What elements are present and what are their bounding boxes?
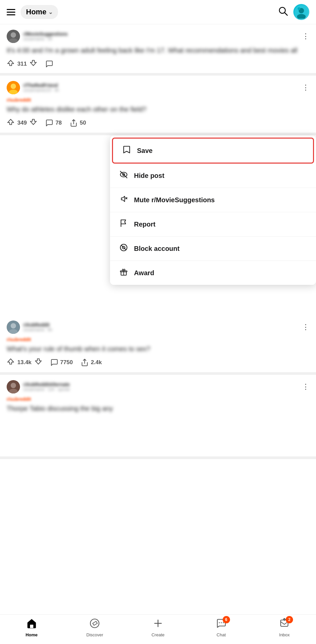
vote-row: 349: [7, 118, 37, 128]
chevron-down-icon: ⌄: [48, 9, 53, 15]
hide-post-label: Hide post: [134, 172, 164, 180]
post-options-button[interactable]: ⋮: [302, 83, 309, 92]
share-count: 50: [80, 120, 86, 126]
home-nav-label: Home: [26, 632, 38, 637]
post-author-row: r/AskReddit u/username · 6h: [7, 321, 52, 334]
create-nav-label: Create: [151, 632, 164, 637]
report-menu-item[interactable]: Report: [110, 212, 316, 237]
post-actions: 311: [7, 59, 309, 69]
award-menu-item[interactable]: Award: [110, 261, 316, 285]
post-author-row: r/MovieSuggestions u/username · 2h: [7, 30, 68, 43]
mute-label: Mute r/MovieSuggestions: [134, 196, 215, 204]
post-subreddit-tag[interactable]: r/subreddit: [7, 97, 31, 103]
hamburger-line: [7, 9, 15, 10]
save-menu-item[interactable]: Save: [112, 138, 314, 164]
discover-nav-label: Discover: [86, 632, 103, 637]
svg-point-10: [11, 84, 16, 89]
nav-item-chat[interactable]: 6 Chat: [190, 618, 253, 637]
upvote-button[interactable]: [7, 118, 15, 128]
hamburger-line: [7, 14, 15, 15]
app-header: Home ⌄: [0, 0, 316, 24]
nav-item-inbox[interactable]: 2 Inbox: [253, 618, 316, 637]
bottom-navigation: Home Discover Create: [0, 614, 316, 644]
gift-icon: [119, 268, 128, 278]
vote-count: 13.4k: [17, 359, 32, 366]
post-user: u/username123 · 4h: [23, 88, 59, 93]
block-account-menu-item[interactable]: Block account: [110, 237, 316, 261]
nav-item-discover[interactable]: Discover: [63, 618, 127, 637]
svg-line-1: [285, 13, 287, 15]
post-header: r/TheRedFriend u/username123 · 4h ⋮: [7, 81, 309, 94]
post-subreddit[interactable]: r/MovieSuggestions: [23, 31, 68, 37]
post-header: r/AskReddit u/username · 6h ⋮: [7, 321, 309, 334]
comment-count: 78: [55, 120, 62, 126]
award-label: Award: [134, 269, 154, 277]
chat-badge: 6: [223, 616, 230, 623]
hamburger-menu[interactable]: [7, 9, 15, 15]
eye-off-icon: [119, 170, 128, 181]
post-meta: r/AskRedditAlternate u/username · 12h · …: [23, 382, 70, 392]
post-subreddit-tag[interactable]: r/subreddit: [7, 337, 31, 342]
nav-item-create[interactable]: Create: [126, 618, 190, 637]
post-options-button[interactable]: ⋮: [302, 323, 309, 331]
save-label: Save: [137, 147, 153, 155]
post-subreddit-tag[interactable]: r/subreddit: [7, 396, 31, 402]
svg-point-23: [11, 323, 16, 328]
post-item: r/AskReddit u/username · 6h ⋮ r/subreddi…: [0, 315, 316, 375]
mute-icon: [119, 195, 128, 205]
search-icon[interactable]: [278, 6, 288, 18]
vote-count: 349: [17, 120, 27, 126]
comment-button[interactable]: 7750: [50, 358, 73, 366]
discover-icon: [89, 618, 100, 631]
nav-item-home[interactable]: Home: [0, 618, 63, 637]
downvote-button[interactable]: [29, 59, 37, 69]
post-title: It's 4:00 and I'm a grown adult feeling …: [7, 46, 309, 55]
post-options-button[interactable]: ⋮: [302, 382, 309, 391]
share-button[interactable]: 50: [70, 119, 86, 127]
home-dropdown-button[interactable]: Home ⌄: [21, 5, 58, 19]
comment-button[interactable]: [45, 60, 53, 68]
post-meta: r/TheRedFriend u/username123 · 4h: [23, 83, 59, 93]
user-avatar[interactable]: [293, 4, 309, 20]
svg-point-4: [298, 7, 300, 10]
post-title: What's your rule of thumb when it comes …: [7, 344, 309, 353]
hamburger-line: [7, 12, 15, 13]
share-count: 2.4k: [91, 359, 102, 366]
post-subreddit[interactable]: r/TheRedFriend: [23, 83, 59, 88]
downvote-button[interactable]: [29, 118, 37, 128]
chat-nav-label: Chat: [217, 632, 226, 637]
post-header: r/MovieSuggestions u/username · 2h ⋮: [7, 30, 309, 43]
post-author-row: r/AskRedditAlternate u/username · 12h · …: [7, 380, 70, 393]
post-header: r/AskRedditAlternate u/username · 12h · …: [7, 380, 309, 393]
upvote-button[interactable]: [7, 357, 15, 367]
post-options-button[interactable]: ⋮: [302, 32, 309, 41]
svg-point-26: [11, 383, 16, 388]
post-meta: r/MovieSuggestions u/username · 2h: [23, 31, 68, 41]
post-user: u/username · 2h: [23, 37, 68, 41]
feed: r/MovieSuggestions u/username · 2h ⋮ It'…: [0, 24, 316, 459]
post-item: r/MovieSuggestions u/username · 2h ⋮ It'…: [0, 24, 316, 76]
post-actions: 349 78 50: [7, 118, 309, 128]
vote-row: 13.4k: [7, 357, 42, 367]
post-subreddit[interactable]: r/AskReddit: [23, 322, 52, 327]
vote-count: 311: [17, 61, 27, 67]
svg-point-34: [221, 622, 222, 623]
post-avatar: [7, 81, 20, 94]
post-title: Why do athletes dislike each other on th…: [7, 105, 309, 114]
post-avatar: [7, 321, 20, 334]
downvote-button[interactable]: [34, 357, 42, 367]
context-menu: Save Hide post: [110, 136, 316, 285]
header-right: [278, 4, 309, 20]
header-left: Home ⌄: [7, 5, 58, 19]
post-title: Thorpe Tabio discussing the big any: [7, 404, 309, 413]
upvote-button[interactable]: [7, 59, 15, 69]
mute-menu-item[interactable]: Mute r/MovieSuggestions: [110, 188, 316, 212]
block-account-label: Block account: [134, 245, 180, 253]
comment-button[interactable]: 78: [45, 119, 62, 127]
post-subreddit[interactable]: r/AskRedditAlternate: [23, 382, 70, 387]
vote-row: 311: [7, 59, 37, 69]
share-button[interactable]: 2.4k: [81, 358, 102, 366]
hide-post-menu-item[interactable]: Hide post: [110, 164, 316, 188]
comment-count: 7750: [60, 359, 73, 366]
svg-rect-28: [30, 625, 33, 628]
